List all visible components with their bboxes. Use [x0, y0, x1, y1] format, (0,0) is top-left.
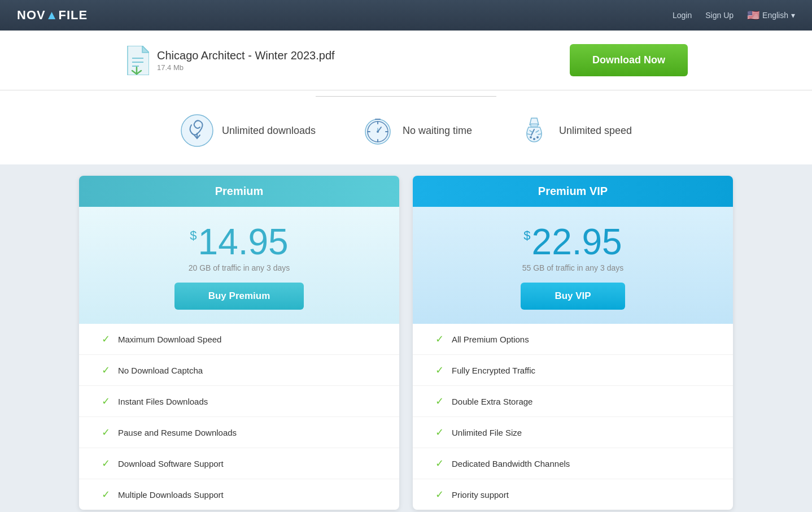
- premium-plan-card: Premium $ 14.95 20 GB of traffic in any …: [79, 176, 399, 510]
- svg-point-23: [530, 136, 532, 138]
- language-label: English: [762, 11, 788, 20]
- flag-icon: 🇺🇸: [747, 9, 759, 21]
- premium-pricing: $ 14.95 20 GB of traffic in any 3 days B…: [79, 207, 399, 324]
- no-waiting-time-icon: [361, 114, 395, 147]
- premium-feature-1: ✓ Maximum Download Speed: [79, 324, 399, 355]
- svg-line-22: [538, 134, 541, 134]
- premium-feature-1-label: Maximum Download Speed: [118, 335, 221, 344]
- unlimited-speed-label: Unlimited speed: [559, 125, 632, 137]
- features-row: Unlimited downloads No waiting time: [0, 102, 812, 164]
- premium-feature-5-label: Download Software Support: [118, 459, 224, 468]
- premium-feature-6-label: Multiple Downloads Support: [118, 490, 224, 500]
- check-icon: ✓: [435, 488, 444, 501]
- file-info: Chicago Architect - Winter 2023.pdf 17.4…: [124, 46, 335, 75]
- premium-feature-3: ✓ Instant Files Downloads: [79, 386, 399, 417]
- vip-feature-4: ✓ Unlimited File Size: [413, 417, 733, 448]
- nav-right: Login Sign Up 🇺🇸 English ▾: [673, 9, 795, 21]
- logo-text: NOV▲FILE: [17, 8, 88, 23]
- premium-price-symbol: $: [190, 228, 197, 243]
- feature-unlimited-speed: Unlimited speed: [517, 114, 632, 147]
- check-icon: ✓: [102, 364, 110, 376]
- file-section: Chicago Architect - Winter 2023.pdf 17.4…: [0, 31, 812, 90]
- premium-feature-6: ✓ Multiple Downloads Support: [79, 479, 399, 510]
- svg-point-24: [533, 138, 535, 140]
- premium-feature-4: ✓ Pause and Resume Downloads: [79, 417, 399, 448]
- premium-price-amount: $ 14.95: [90, 224, 388, 260]
- no-waiting-time-label: No waiting time: [403, 125, 472, 137]
- check-icon: ✓: [435, 457, 444, 470]
- premium-plan-header: Premium: [79, 176, 399, 207]
- vip-plan-title: Premium VIP: [538, 185, 608, 197]
- vip-feature-1-label: All Premium Options: [452, 335, 529, 344]
- svg-point-14: [377, 131, 379, 133]
- feature-no-waiting-time: No waiting time: [361, 114, 472, 147]
- vip-plan-card: Premium VIP $ 22.95 55 GB of traffic in …: [413, 176, 733, 510]
- svg-point-25: [536, 136, 539, 138]
- vip-price-traffic: 55 GB of traffic in any 3 days: [424, 263, 722, 272]
- download-now-button[interactable]: Download Now: [570, 44, 688, 76]
- unlimited-downloads-label: Unlimited downloads: [222, 125, 316, 137]
- vip-plan-header: Premium VIP: [413, 176, 733, 207]
- premium-plan-title: Premium: [215, 185, 264, 197]
- language-selector[interactable]: 🇺🇸 English ▾: [747, 9, 795, 21]
- premium-feature-2-label: No Download Captcha: [118, 366, 203, 375]
- feature-unlimited-downloads: Unlimited downloads: [180, 114, 316, 147]
- check-icon: ✓: [102, 426, 110, 439]
- file-name: Chicago Architect - Winter 2023.pdf: [157, 49, 335, 62]
- vip-feature-1: ✓ All Premium Options: [413, 324, 733, 355]
- buy-premium-button[interactable]: Buy Premium: [174, 283, 304, 310]
- check-icon: ✓: [435, 364, 444, 376]
- vip-feature-2-label: Fully Encrypted Traffic: [452, 366, 535, 375]
- check-icon: ✓: [102, 395, 110, 407]
- logo: NOV▲FILE: [17, 8, 88, 23]
- vip-feature-2: ✓ Fully Encrypted Traffic: [413, 355, 733, 386]
- file-size: 17.4 Mb: [157, 63, 335, 72]
- dropdown-arrow-icon: ▾: [791, 11, 795, 20]
- vip-price-symbol: $: [523, 228, 530, 243]
- pricing-section: Premium $ 14.95 20 GB of traffic in any …: [0, 164, 812, 512]
- vip-feature-5-label: Dedicated Bandwidth Channels: [452, 459, 570, 468]
- svg-rect-17: [531, 124, 538, 127]
- unlimited-speed-icon: [517, 114, 551, 147]
- header: NOV▲FILE Login Sign Up 🇺🇸 English ▾: [0, 0, 812, 31]
- buy-vip-button[interactable]: Buy VIP: [521, 283, 625, 310]
- check-icon: ✓: [102, 333, 110, 345]
- premium-feature-2: ✓ No Download Captcha: [79, 355, 399, 386]
- vip-price-amount: $ 22.95: [424, 224, 722, 260]
- unlimited-downloads-icon: [180, 114, 214, 147]
- file-icon: [124, 46, 149, 75]
- check-icon: ✓: [435, 426, 444, 439]
- divider: [316, 96, 496, 97]
- vip-features-list: ✓ All Premium Options ✓ Fully Encrypted …: [413, 324, 733, 510]
- vip-feature-3: ✓ Double Extra Storage: [413, 386, 733, 417]
- vip-feature-5: ✓ Dedicated Bandwidth Channels: [413, 448, 733, 479]
- login-link[interactable]: Login: [673, 11, 692, 20]
- premium-feature-5: ✓ Download Software Support: [79, 448, 399, 479]
- vip-feature-3-label: Double Extra Storage: [452, 397, 532, 406]
- premium-feature-3-label: Instant Files Downloads: [118, 397, 208, 406]
- file-details: Chicago Architect - Winter 2023.pdf 17.4…: [157, 49, 335, 72]
- vip-price-number: 22.95: [532, 224, 622, 260]
- premium-price-number: 14.95: [198, 224, 289, 260]
- premium-feature-4-label: Pause and Resume Downloads: [118, 428, 237, 437]
- check-icon: ✓: [435, 333, 444, 345]
- vip-pricing: $ 22.95 55 GB of traffic in any 3 days B…: [413, 207, 733, 324]
- svg-line-20: [527, 134, 530, 134]
- premium-features-list: ✓ Maximum Download Speed ✓ No Download C…: [79, 324, 399, 510]
- vip-feature-6: ✓ Priority support: [413, 479, 733, 510]
- vip-feature-6-label: Priority support: [452, 490, 509, 500]
- vip-feature-4-label: Unlimited File Size: [452, 428, 522, 437]
- check-icon: ✓: [102, 457, 110, 470]
- premium-price-traffic: 20 GB of traffic in any 3 days: [90, 263, 388, 272]
- svg-point-4: [181, 115, 213, 146]
- check-icon: ✓: [102, 488, 110, 501]
- check-icon: ✓: [435, 395, 444, 407]
- signup-link[interactable]: Sign Up: [705, 11, 734, 20]
